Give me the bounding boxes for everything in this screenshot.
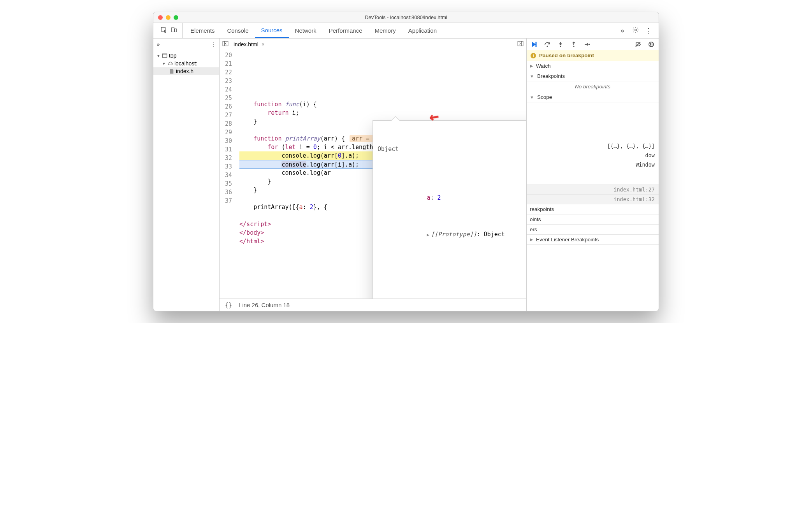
tree-label: index.h [176, 68, 193, 74]
panel-tab-console[interactable]: Console [221, 23, 255, 38]
caret-right-icon[interactable]: ▶ [427, 232, 430, 237]
settings-gear-icon[interactable] [632, 26, 639, 35]
line-number[interactable]: 27 [225, 111, 232, 119]
debugger-section-partial[interactable]: oints [527, 214, 659, 225]
code-content[interactable]: Object a: 2 ▶[[Prototype]]: Object ↙ fun… [236, 50, 526, 299]
line-number[interactable]: 25 [225, 94, 232, 102]
section-label: Watch [536, 63, 551, 69]
caret-down-icon: ▼ [530, 74, 534, 79]
minimize-window-button[interactable] [166, 15, 170, 20]
step-into-icon[interactable] [557, 41, 564, 48]
debugger-content-obscured: [{…}, {…}, {…}] dow Window index.html:27… [527, 102, 659, 245]
code-line[interactable]: return i; [239, 109, 526, 117]
tree-label: localhost: [174, 60, 197, 67]
line-number[interactable]: 32 [225, 154, 232, 162]
pretty-print-icon[interactable]: {} [225, 302, 232, 309]
toggle-navigator-icon[interactable] [222, 40, 229, 48]
navigator-panel: » ⋮ ▼ top ▼ localhost: index.h [153, 39, 220, 311]
panel-tab-elements[interactable]: Elements [184, 23, 221, 38]
device-toolbar-icon[interactable] [170, 26, 178, 35]
svg-point-11 [547, 46, 548, 47]
popup-property-value: 2 [438, 194, 441, 201]
popup-proto-key: [[Prototype]] [431, 231, 476, 238]
editor-tab-bar: index.html × [220, 39, 526, 50]
debugger-toolbar [527, 39, 659, 50]
line-number[interactable]: 28 [225, 119, 232, 128]
panel-tab-memory[interactable]: Memory [369, 23, 402, 38]
step-icon[interactable] [584, 41, 591, 48]
file-tree: ▼ top ▼ localhost: index.h [153, 50, 219, 311]
line-number[interactable]: 24 [225, 85, 232, 94]
deactivate-breakpoints-icon[interactable] [634, 41, 642, 48]
scope-value-row[interactable]: Window [527, 160, 659, 169]
line-number[interactable]: 22 [225, 68, 232, 77]
tree-row-origin[interactable]: ▼ localhost: [153, 60, 219, 67]
popup-prototype-row[interactable]: ▶[[Prototype]]: Object [378, 223, 526, 246]
panel-tab-application[interactable]: Application [402, 23, 443, 38]
panel-body: » ⋮ ▼ top ▼ localhost: index.h [153, 39, 659, 311]
close-tab-icon[interactable]: × [262, 41, 265, 47]
panel-tab-network[interactable]: Network [289, 23, 323, 38]
devtools-window: DevTools - localhost:8080/index.html Ele… [153, 12, 659, 311]
popup-divider [373, 170, 526, 170]
panel-tab-sources[interactable]: Sources [255, 23, 289, 38]
line-number[interactable]: 30 [225, 137, 232, 145]
line-number[interactable]: 33 [225, 162, 232, 171]
more-options-kebab-icon[interactable]: ⋮ [645, 28, 652, 33]
zoom-window-button[interactable] [174, 15, 178, 20]
window-title: DevTools - localhost:8080/index.html [153, 14, 659, 20]
callstack-frame[interactable]: index.html:32 [527, 195, 659, 204]
line-number[interactable]: 29 [225, 128, 232, 137]
line-number[interactable]: 34 [225, 171, 232, 179]
section-label: Scope [537, 94, 552, 100]
callstack-frame[interactable]: index.html:27 [527, 185, 659, 195]
navigator-overflow-button[interactable]: » [156, 41, 160, 47]
close-window-button[interactable] [158, 15, 163, 20]
debugger-panel: i Paused on breakpoint ▶ Watch ▼ Breakpo… [526, 39, 659, 311]
svg-rect-1 [171, 28, 174, 32]
event-listener-breakpoints-header[interactable]: ▶Event Listener Breakpoints [527, 235, 659, 245]
line-number[interactable]: 35 [225, 179, 232, 188]
scope-value-row[interactable]: dow [527, 151, 659, 160]
line-number[interactable]: 23 [225, 77, 232, 85]
code-line[interactable]: function func(i) { [239, 100, 526, 109]
step-out-icon[interactable] [570, 41, 577, 48]
step-over-icon[interactable] [544, 41, 551, 48]
code-editor[interactable]: 202122232425262728293031323334353637 Obj… [220, 50, 526, 299]
line-number[interactable]: 21 [225, 60, 232, 68]
editor-status-bar: {} Line 26, Column 18 [220, 299, 526, 311]
info-icon: i [531, 53, 536, 58]
line-number[interactable]: 26 [225, 102, 232, 111]
line-number[interactable]: 20 [225, 51, 232, 60]
debugger-section-partial[interactable]: reakpoints [527, 204, 659, 214]
tree-label: top [169, 53, 176, 59]
line-number[interactable]: 37 [225, 197, 232, 205]
svg-point-14 [589, 44, 590, 45]
pause-on-exceptions-icon[interactable] [648, 41, 655, 48]
scope-value-row[interactable]: [{…}, {…}, {…}] [527, 141, 659, 151]
editor-tab[interactable]: index.html × [232, 41, 266, 47]
popup-property-row[interactable]: a: 2 [378, 186, 526, 209]
debugger-section-partial[interactable]: ers [527, 225, 659, 235]
popup-property-key: a [427, 194, 431, 201]
tree-row-top[interactable]: ▼ top [153, 52, 219, 60]
line-number[interactable]: 36 [225, 188, 232, 197]
file-icon [169, 69, 174, 74]
tabs-overflow-button[interactable]: » [616, 26, 628, 35]
line-number[interactable]: 31 [225, 145, 232, 154]
svg-point-3 [635, 29, 637, 31]
section-label: Breakpoints [537, 73, 565, 79]
value-hover-popup: Object a: 2 ▶[[Prototype]]: Object [373, 120, 526, 299]
svg-rect-2 [175, 29, 177, 32]
panel-tab-performance[interactable]: Performance [323, 23, 369, 38]
tree-row-file[interactable]: index.h [153, 67, 219, 75]
resume-script-icon[interactable] [531, 41, 538, 48]
navigator-menu-kebab-icon[interactable]: ⋮ [211, 41, 216, 47]
scope-section-header[interactable]: ▼ Scope [527, 92, 659, 102]
pause-banner-text: Paused on breakpoint [539, 53, 594, 58]
inspect-element-icon[interactable] [160, 26, 167, 35]
window-frame-icon [162, 53, 167, 58]
toggle-debugger-icon[interactable] [517, 40, 524, 48]
watch-section-header[interactable]: ▶ Watch [527, 61, 659, 71]
breakpoints-section-header[interactable]: ▼ Breakpoints [527, 71, 659, 81]
